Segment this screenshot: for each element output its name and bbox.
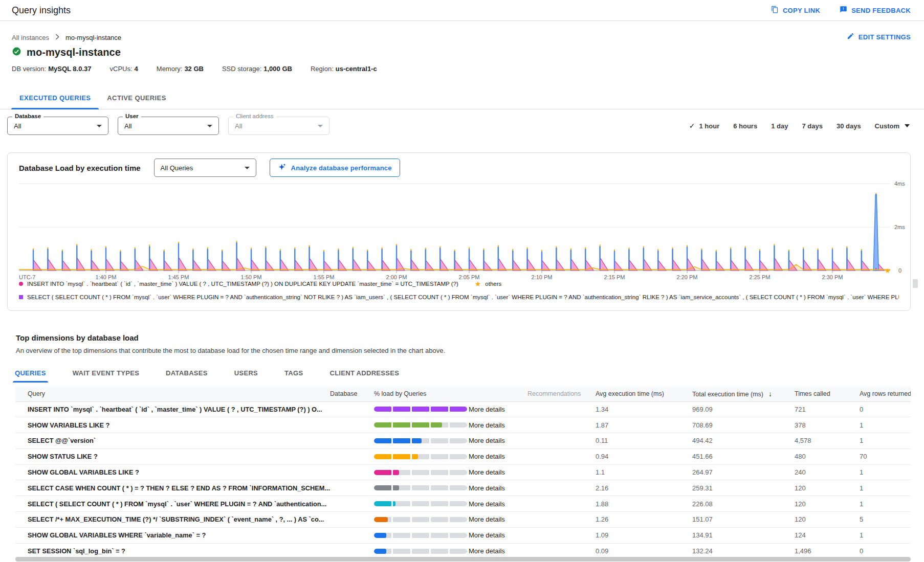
load-bar-segment bbox=[393, 438, 410, 443]
column-header-avg-execution-time-ms-[interactable]: Avg execution time (ms) bbox=[596, 386, 692, 401]
database-cell bbox=[330, 527, 374, 543]
load-bar-segment bbox=[431, 438, 448, 443]
load-bar-fill bbox=[374, 549, 386, 554]
tab-active-queries[interactable]: ACTIVE QUERIES bbox=[99, 87, 174, 109]
more-details-link[interactable]: More details bbox=[469, 401, 527, 417]
time-range-label: 1 day bbox=[771, 122, 788, 130]
vertical-scrollbar-thumb[interactable] bbox=[913, 279, 918, 288]
query-text[interactable]: SELECT @@`version` bbox=[15, 433, 330, 449]
total-execution-time: 259.31 bbox=[692, 480, 795, 496]
database-cell bbox=[330, 417, 374, 433]
avg-execution-time: 1.26 bbox=[596, 512, 692, 528]
load-bar-segment bbox=[412, 422, 429, 428]
dimension-tab-wait-event-types[interactable]: WAIT EVENT TYPES bbox=[72, 367, 140, 383]
load-bar-fill bbox=[393, 501, 395, 506]
load-bar-segment bbox=[374, 485, 391, 490]
more-details-link[interactable]: More details bbox=[469, 527, 527, 543]
load-percentage-bar bbox=[374, 407, 467, 412]
time-range-label: 7 days bbox=[802, 122, 822, 130]
load-bar-fill bbox=[374, 517, 388, 522]
breadcrumb-all-instances[interactable]: All instances bbox=[12, 34, 49, 41]
database-cell bbox=[330, 512, 374, 528]
time-range-1-day[interactable]: 1 day bbox=[771, 122, 788, 130]
load-bar-segment bbox=[374, 438, 391, 443]
load-bar-fill bbox=[374, 501, 391, 506]
more-details-link[interactable]: More details bbox=[469, 448, 527, 464]
load-bar-segment bbox=[374, 454, 391, 459]
load-bar-cell bbox=[374, 417, 469, 433]
edit-settings-button[interactable]: EDIT SETTINGS bbox=[847, 32, 911, 41]
time-range-custom[interactable]: Custom bbox=[875, 122, 910, 130]
dimension-tab-users[interactable]: USERS bbox=[233, 367, 259, 383]
filters-row: DatabaseAllUserAllClient addressAll ✓1 h… bbox=[0, 109, 924, 136]
database-load-chart[interactable]: 1:40 PM1:45 PM1:50 PM1:55 PM2:00 PM2:05 … bbox=[8, 173, 910, 286]
analyze-button-label: Analyze database performance bbox=[291, 164, 392, 172]
times-called: 240 bbox=[795, 464, 860, 480]
load-percentage-bar bbox=[374, 517, 467, 522]
recommendations-cell bbox=[527, 448, 596, 464]
user-filter-select[interactable]: UserAll bbox=[118, 117, 219, 135]
query-text[interactable]: SHOW VARIABLES LIKE ? bbox=[15, 417, 330, 433]
time-range-6-hours[interactable]: 6 hours bbox=[733, 122, 757, 130]
more-details-link[interactable]: More details bbox=[469, 433, 527, 449]
chevron-down-icon bbox=[97, 125, 102, 127]
query-text[interactable]: SHOW GLOBAL VARIABLES LIKE ? bbox=[15, 464, 330, 480]
column-header-avg-rows-returned[interactable]: Avg rows returned bbox=[860, 386, 911, 401]
avg-execution-time: 0.11 bbox=[596, 433, 692, 449]
breadcrumb: All instances mo-mysql-instance bbox=[12, 33, 911, 41]
load-bar-segment bbox=[374, 407, 391, 412]
breadcrumb-current: mo-mysql-instance bbox=[65, 34, 121, 41]
load-bar-segment bbox=[431, 454, 448, 459]
chevron-right-icon bbox=[55, 34, 59, 41]
dimension-tab-databases[interactable]: DATABASES bbox=[165, 367, 209, 383]
more-details-link[interactable]: More details bbox=[469, 464, 527, 480]
load-bar-segment bbox=[450, 407, 467, 412]
copy-link-button[interactable]: COPY LINK bbox=[771, 6, 820, 15]
tab-executed-queries[interactable]: EXECUTED QUERIES bbox=[11, 87, 99, 109]
query-text[interactable]: SHOW STATUS LIKE ? bbox=[15, 448, 330, 464]
svg-text:1:55 PM: 1:55 PM bbox=[314, 274, 335, 280]
column-header-total-execution-time-ms-[interactable]: Total execution time (ms)↓ bbox=[692, 386, 795, 401]
time-range-7-days[interactable]: 7 days bbox=[802, 122, 822, 130]
horizontal-scrollbar-thumb[interactable] bbox=[15, 557, 911, 561]
recommendations-cell bbox=[527, 464, 596, 480]
svg-text:UTC-7: UTC-7 bbox=[19, 274, 35, 280]
column-header-database[interactable]: Database bbox=[330, 386, 374, 401]
page-title: Query insights bbox=[12, 5, 71, 16]
column-header--load-by-queries[interactable]: % load by Queries bbox=[374, 386, 469, 401]
dimension-tab-queries[interactable]: QUERIES bbox=[14, 367, 47, 383]
more-details-link[interactable]: More details bbox=[469, 512, 527, 528]
query-text[interactable]: INSERT INTO `mysql` . `heartbeat` ( `id`… bbox=[15, 401, 330, 417]
edit-settings-label: EDIT SETTINGS bbox=[859, 33, 911, 41]
query-text[interactable]: SELECT ( SELECT COUNT ( * ) FROM `mysql`… bbox=[15, 496, 330, 512]
more-details-link[interactable]: More details bbox=[469, 496, 527, 512]
send-feedback-button[interactable]: SEND FEEDBACK bbox=[840, 6, 911, 15]
time-range-30-days[interactable]: 30 days bbox=[837, 122, 861, 130]
svg-text:★: ★ bbox=[885, 267, 891, 275]
table-row: SELECT @@`version`More details0.11494.42… bbox=[15, 433, 911, 449]
instance-name: mo-mysql-instance bbox=[27, 47, 121, 58]
query-text[interactable]: SHOW GLOBAL VARIABLES WHERE `variable_na… bbox=[15, 527, 330, 543]
dimension-tab-tags[interactable]: TAGS bbox=[283, 367, 304, 383]
more-details-link[interactable]: More details bbox=[469, 417, 527, 433]
database-filter-select[interactable]: DatabaseAll bbox=[7, 117, 108, 135]
query-text[interactable]: SELECT CASE WHEN COUNT ( * ) = ? THEN ? … bbox=[15, 480, 330, 496]
svg-text:4ms: 4ms bbox=[894, 181, 905, 187]
avg-execution-time: 1.34 bbox=[596, 401, 692, 417]
load-bar-fill bbox=[412, 422, 429, 428]
time-range-1-hour[interactable]: ✓1 hour bbox=[689, 122, 719, 130]
chart-legend-line-1: INSERT INTO `mysql` . `heartbeat` ( `id`… bbox=[19, 281, 501, 287]
load-bar-segment bbox=[450, 470, 467, 475]
load-bar-segment bbox=[393, 517, 410, 522]
svg-text:2:25 PM: 2:25 PM bbox=[750, 274, 771, 280]
column-header-query[interactable]: Query bbox=[15, 386, 330, 401]
column-header-times-called[interactable]: Times called bbox=[795, 386, 860, 401]
dimension-tab-client-addresses[interactable]: CLIENT ADDRESSES bbox=[328, 367, 400, 383]
more-details-link[interactable]: More details bbox=[469, 480, 527, 496]
total-execution-time: 969.09 bbox=[692, 401, 795, 417]
total-execution-time: 708.69 bbox=[692, 417, 795, 433]
sort-desc-icon[interactable]: ↓ bbox=[768, 390, 772, 398]
instance-details: DB version:MySQL 8.0.37vCPUs:4Memory:32 … bbox=[12, 65, 911, 73]
query-text[interactable]: SELECT /*+ MAX_EXECUTION_TIME (?) */ `SU… bbox=[15, 512, 330, 528]
column-header-recommendations[interactable]: Recommendations bbox=[527, 386, 596, 401]
